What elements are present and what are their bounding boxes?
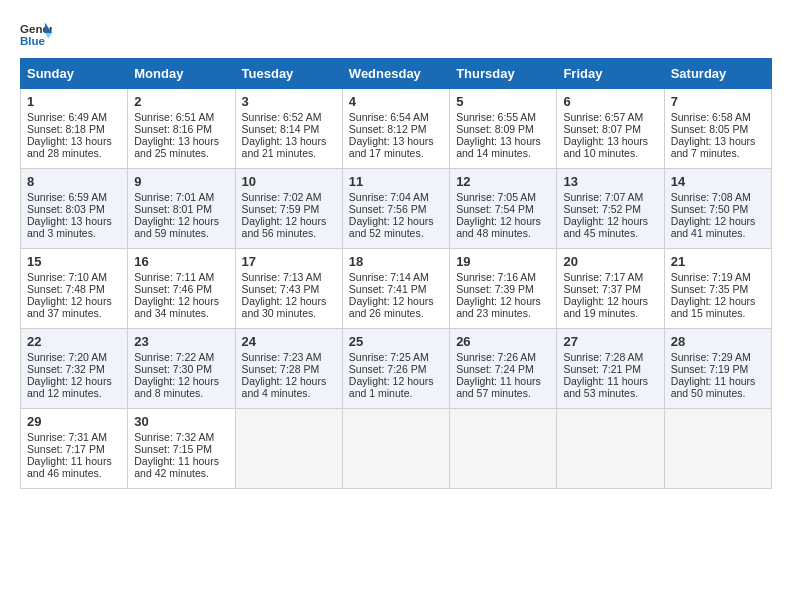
logo-icon: General Blue [20,20,52,48]
daylight-text: Daylight: 11 hours and 53 minutes. [563,375,657,399]
sunrise-text: Sunrise: 6:52 AM [242,111,336,123]
sunset-text: Sunset: 8:12 PM [349,123,443,135]
day-number: 30 [134,414,228,429]
daylight-text: Daylight: 12 hours and 12 minutes. [27,375,121,399]
sunset-text: Sunset: 7:52 PM [563,203,657,215]
day-number: 1 [27,94,121,109]
sunrise-text: Sunrise: 7:14 AM [349,271,443,283]
sunset-text: Sunset: 7:26 PM [349,363,443,375]
day-number: 24 [242,334,336,349]
daylight-text: Daylight: 12 hours and 37 minutes. [27,295,121,319]
day-number: 14 [671,174,765,189]
daylight-text: Daylight: 13 hours and 25 minutes. [134,135,228,159]
daylight-text: Daylight: 13 hours and 28 minutes. [27,135,121,159]
daylight-text: Daylight: 11 hours and 42 minutes. [134,455,228,479]
sunrise-text: Sunrise: 6:58 AM [671,111,765,123]
sunset-text: Sunset: 7:15 PM [134,443,228,455]
sunset-text: Sunset: 7:54 PM [456,203,550,215]
sunrise-text: Sunrise: 7:05 AM [456,191,550,203]
day-number: 8 [27,174,121,189]
calendar-cell: 10Sunrise: 7:02 AMSunset: 7:59 PMDayligh… [235,169,342,249]
sunrise-text: Sunrise: 6:49 AM [27,111,121,123]
calendar-table: SundayMondayTuesdayWednesdayThursdayFrid… [20,58,772,489]
daylight-text: Daylight: 12 hours and 26 minutes. [349,295,443,319]
sunrise-text: Sunrise: 7:11 AM [134,271,228,283]
sunset-text: Sunset: 7:43 PM [242,283,336,295]
sunrise-text: Sunrise: 6:51 AM [134,111,228,123]
calendar-cell [342,409,449,489]
calendar-cell: 22Sunrise: 7:20 AMSunset: 7:32 PMDayligh… [21,329,128,409]
calendar-cell: 28Sunrise: 7:29 AMSunset: 7:19 PMDayligh… [664,329,771,409]
page-header: General Blue [20,20,772,48]
daylight-text: Daylight: 12 hours and 8 minutes. [134,375,228,399]
day-header-friday: Friday [557,59,664,89]
calendar-cell: 8Sunrise: 6:59 AMSunset: 8:03 PMDaylight… [21,169,128,249]
day-number: 13 [563,174,657,189]
calendar-cell: 4Sunrise: 6:54 AMSunset: 8:12 PMDaylight… [342,89,449,169]
sunset-text: Sunset: 7:48 PM [27,283,121,295]
sunset-text: Sunset: 7:32 PM [27,363,121,375]
sunrise-text: Sunrise: 7:02 AM [242,191,336,203]
sunset-text: Sunset: 7:17 PM [27,443,121,455]
calendar-cell: 7Sunrise: 6:58 AMSunset: 8:05 PMDaylight… [664,89,771,169]
day-number: 19 [456,254,550,269]
sunset-text: Sunset: 7:28 PM [242,363,336,375]
sunset-text: Sunset: 7:37 PM [563,283,657,295]
sunrise-text: Sunrise: 7:07 AM [563,191,657,203]
sunrise-text: Sunrise: 7:31 AM [27,431,121,443]
sunset-text: Sunset: 8:07 PM [563,123,657,135]
sunrise-text: Sunrise: 7:28 AM [563,351,657,363]
calendar-cell: 20Sunrise: 7:17 AMSunset: 7:37 PMDayligh… [557,249,664,329]
calendar-cell: 23Sunrise: 7:22 AMSunset: 7:30 PMDayligh… [128,329,235,409]
sunrise-text: Sunrise: 7:17 AM [563,271,657,283]
calendar-week-3: 15Sunrise: 7:10 AMSunset: 7:48 PMDayligh… [21,249,772,329]
daylight-text: Daylight: 13 hours and 17 minutes. [349,135,443,159]
daylight-text: Daylight: 13 hours and 7 minutes. [671,135,765,159]
calendar-cell: 11Sunrise: 7:04 AMSunset: 7:56 PMDayligh… [342,169,449,249]
day-number: 3 [242,94,336,109]
sunrise-text: Sunrise: 7:10 AM [27,271,121,283]
day-number: 22 [27,334,121,349]
sunrise-text: Sunrise: 6:59 AM [27,191,121,203]
daylight-text: Daylight: 12 hours and 1 minute. [349,375,443,399]
day-header-monday: Monday [128,59,235,89]
calendar-cell [450,409,557,489]
day-number: 5 [456,94,550,109]
calendar-cell: 13Sunrise: 7:07 AMSunset: 7:52 PMDayligh… [557,169,664,249]
day-header-saturday: Saturday [664,59,771,89]
day-header-thursday: Thursday [450,59,557,89]
sunrise-text: Sunrise: 7:20 AM [27,351,121,363]
daylight-text: Daylight: 11 hours and 50 minutes. [671,375,765,399]
day-number: 6 [563,94,657,109]
daylight-text: Daylight: 12 hours and 59 minutes. [134,215,228,239]
daylight-text: Daylight: 12 hours and 23 minutes. [456,295,550,319]
daylight-text: Daylight: 12 hours and 30 minutes. [242,295,336,319]
daylight-text: Daylight: 12 hours and 41 minutes. [671,215,765,239]
calendar-week-5: 29Sunrise: 7:31 AMSunset: 7:17 PMDayligh… [21,409,772,489]
svg-text:Blue: Blue [20,35,46,47]
sunset-text: Sunset: 7:39 PM [456,283,550,295]
day-number: 17 [242,254,336,269]
day-header-sunday: Sunday [21,59,128,89]
svg-marker-3 [45,33,52,38]
sunset-text: Sunset: 7:30 PM [134,363,228,375]
sunset-text: Sunset: 7:50 PM [671,203,765,215]
day-header-wednesday: Wednesday [342,59,449,89]
sunset-text: Sunset: 7:19 PM [671,363,765,375]
logo: General Blue [20,20,56,48]
sunset-text: Sunset: 7:41 PM [349,283,443,295]
calendar-cell: 17Sunrise: 7:13 AMSunset: 7:43 PMDayligh… [235,249,342,329]
sunrise-text: Sunrise: 7:19 AM [671,271,765,283]
calendar-cell: 1Sunrise: 6:49 AMSunset: 8:18 PMDaylight… [21,89,128,169]
sunset-text: Sunset: 8:14 PM [242,123,336,135]
sunset-text: Sunset: 8:16 PM [134,123,228,135]
calendar-cell: 2Sunrise: 6:51 AMSunset: 8:16 PMDaylight… [128,89,235,169]
day-number: 9 [134,174,228,189]
day-number: 7 [671,94,765,109]
daylight-text: Daylight: 12 hours and 48 minutes. [456,215,550,239]
daylight-text: Daylight: 11 hours and 57 minutes. [456,375,550,399]
day-number: 27 [563,334,657,349]
calendar-cell [664,409,771,489]
sunrise-text: Sunrise: 7:23 AM [242,351,336,363]
sunset-text: Sunset: 7:59 PM [242,203,336,215]
